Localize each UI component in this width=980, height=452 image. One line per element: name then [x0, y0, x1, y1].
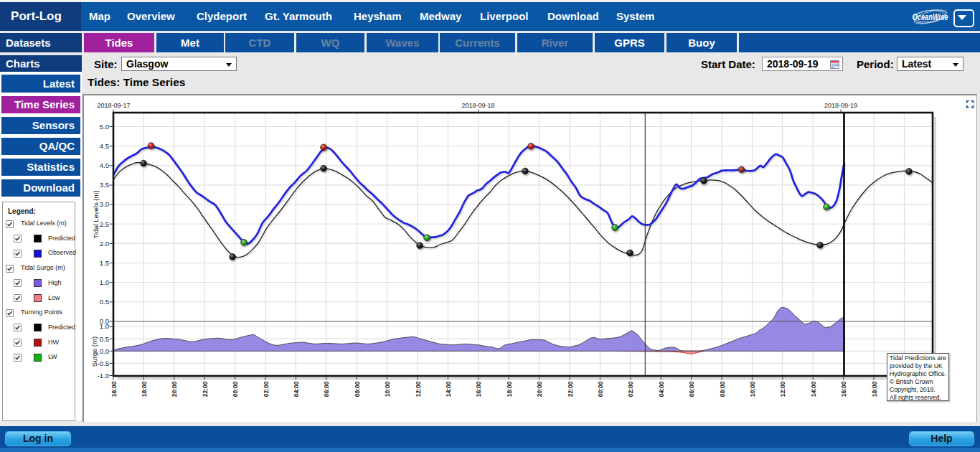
svg-text:2018-09-18: 2018-09-18 — [461, 102, 494, 109]
svg-text:1.5: 1.5 — [100, 259, 109, 267]
svg-text:16:00: 16:00 — [110, 381, 118, 397]
svg-text:20:00: 20:00 — [536, 381, 543, 397]
svg-text:00:00: 00:00 — [597, 381, 604, 397]
svg-text:0.0: 0.0 — [100, 347, 109, 355]
svg-text:Surge (m): Surge (m) — [90, 336, 98, 367]
svg-text:06:00: 06:00 — [323, 381, 330, 397]
svg-text:2.0: 2.0 — [100, 240, 109, 248]
svg-text:02:00: 02:00 — [263, 381, 270, 397]
svg-text:-0.5: -0.5 — [98, 359, 109, 367]
svg-text:4.5: 4.5 — [100, 142, 109, 150]
svg-text:04:00: 04:00 — [658, 381, 665, 397]
svg-text:16:00: 16:00 — [475, 381, 482, 397]
svg-text:20:00: 20:00 — [171, 381, 178, 397]
svg-text:10:00: 10:00 — [384, 381, 391, 397]
svg-text:2018-09-19: 2018-09-19 — [824, 102, 857, 109]
svg-text:1.0: 1.0 — [100, 278, 109, 286]
svg-text:3.5: 3.5 — [100, 181, 109, 189]
svg-text:18:00: 18:00 — [141, 381, 148, 397]
svg-text:14:00: 14:00 — [445, 381, 452, 397]
svg-text:2018-09-17: 2018-09-17 — [97, 102, 130, 109]
svg-text:08:00: 08:00 — [719, 381, 726, 397]
svg-text:08:00: 08:00 — [354, 381, 361, 397]
svg-text:02:00: 02:00 — [627, 381, 634, 397]
svg-text:3.0: 3.0 — [100, 200, 109, 208]
svg-text:18:00: 18:00 — [506, 381, 513, 397]
svg-text:06:00: 06:00 — [688, 381, 695, 397]
svg-text:12:00: 12:00 — [779, 381, 786, 397]
svg-text:0.5: 0.5 — [100, 298, 109, 306]
svg-text:-1.0: -1.0 — [98, 372, 109, 380]
svg-text:16:00: 16:00 — [840, 381, 847, 397]
svg-text:12:00: 12:00 — [415, 381, 422, 397]
svg-text:Tidal Levels (m): Tidal Levels (m) — [92, 190, 100, 238]
svg-text:10:00: 10:00 — [749, 381, 756, 397]
svg-text:04:00: 04:00 — [293, 381, 300, 397]
svg-text:2.5: 2.5 — [100, 220, 109, 228]
svg-text:5.0: 5.0 — [100, 123, 109, 131]
svg-text:1.0: 1.0 — [100, 322, 109, 330]
svg-text:0.5: 0.5 — [100, 335, 109, 343]
svg-text:4.0: 4.0 — [100, 161, 109, 169]
svg-text:00:00: 00:00 — [232, 381, 239, 397]
svg-text:18:00: 18:00 — [871, 381, 878, 397]
svg-text:22:00: 22:00 — [567, 381, 574, 397]
svg-text:14:00: 14:00 — [810, 381, 817, 397]
svg-text:22:00: 22:00 — [202, 381, 209, 397]
